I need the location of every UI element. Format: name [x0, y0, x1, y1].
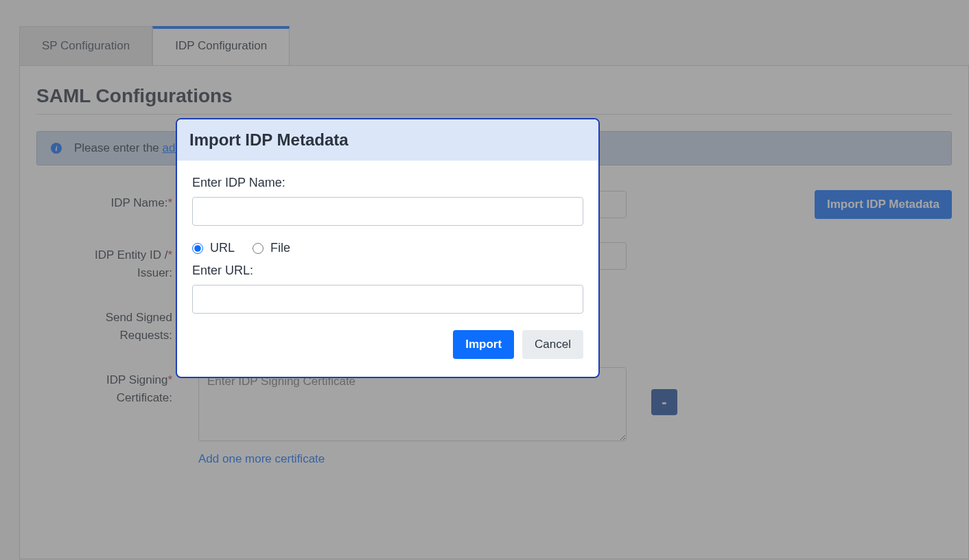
modal-actions: Import Cancel — [192, 330, 583, 359]
modal-url-label: Enter URL: — [192, 264, 583, 278]
radio-file-label: File — [270, 241, 290, 255]
import-metadata-modal: Import IDP Metadata Enter IDP Name: URL … — [176, 118, 600, 378]
radio-url-label: URL — [210, 241, 235, 255]
modal-url-input[interactable] — [192, 285, 583, 314]
modal-import-button[interactable]: Import — [453, 330, 514, 359]
modal-source-radios: URL File — [192, 241, 583, 255]
modal-idp-name-input[interactable] — [192, 197, 583, 226]
modal-cancel-button[interactable]: Cancel — [522, 330, 583, 359]
modal-title: Import IDP Metadata — [189, 130, 586, 150]
radio-url[interactable] — [192, 243, 203, 254]
modal-idp-name-label: Enter IDP Name: — [192, 176, 583, 190]
radio-file[interactable] — [253, 243, 264, 254]
modal-overlay[interactable]: Import IDP Metadata Enter IDP Name: URL … — [0, 0, 969, 560]
modal-header: Import IDP Metadata — [177, 119, 598, 161]
modal-body: Enter IDP Name: URL File Enter URL: Impo… — [177, 161, 598, 377]
